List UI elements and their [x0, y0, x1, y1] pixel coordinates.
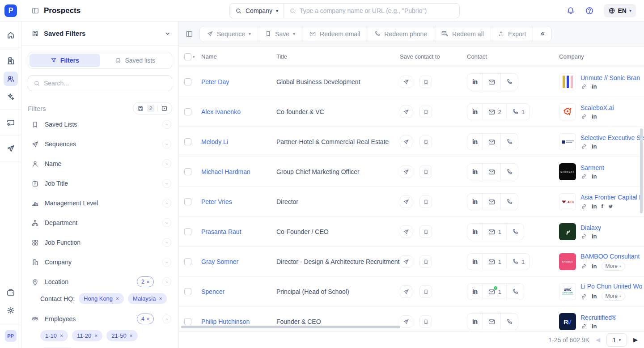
website-link-icon[interactable]: [580, 293, 587, 300]
employees-filter-count[interactable]: 4×: [137, 314, 154, 324]
column-header-company[interactable]: Company: [559, 53, 644, 60]
contact-name-link[interactable]: Peter Vries: [201, 198, 232, 205]
filter-item-sequences[interactable]: Sequences: [21, 134, 178, 154]
linkedin-icon[interactable]: in: [592, 203, 597, 210]
save-to-list-button[interactable]: [419, 195, 432, 208]
nav-companies[interactable]: [4, 54, 18, 68]
company-name-link[interactable]: Selective Executive Se: [580, 134, 644, 141]
reveal-email-button[interactable]: [483, 194, 500, 210]
reveal-email-button[interactable]: [483, 134, 500, 150]
linkedin-button[interactable]: in: [467, 314, 483, 330]
linkedin-button[interactable]: in: [467, 224, 483, 240]
column-header-contact[interactable]: Contact: [467, 53, 559, 60]
linkedin-icon[interactable]: in: [592, 233, 597, 240]
remove-chip-icon[interactable]: ×: [116, 296, 119, 302]
twitter-icon[interactable]: [608, 204, 614, 209]
save-to-list-button[interactable]: [419, 166, 432, 178]
save-to-list-button[interactable]: [419, 106, 432, 118]
filter-item-company[interactable]: Company: [21, 252, 178, 272]
filter-item-job-title[interactable]: Job Title: [21, 174, 178, 193]
company-name-link[interactable]: Dialaxy: [580, 224, 601, 231]
row-checkbox[interactable]: [184, 258, 191, 265]
more-socials-button[interactable]: More▾: [602, 262, 625, 271]
contact-name-link[interactable]: Gray Somner: [201, 258, 238, 265]
nav-settings-gear[interactable]: [4, 303, 18, 318]
redeem-email-button[interactable]: Redeem email: [302, 26, 367, 42]
website-link-icon[interactable]: [580, 143, 587, 150]
more-socials-button[interactable]: More▾: [602, 292, 625, 301]
linkedin-icon[interactable]: in: [592, 173, 597, 180]
linkedin-button[interactable]: in: [467, 164, 483, 180]
save-to-list-button[interactable]: [419, 136, 432, 148]
reveal-email-button[interactable]: 1: [483, 254, 506, 270]
nav-campaigns-send[interactable]: [4, 141, 18, 156]
add-to-sequence-button[interactable]: [400, 136, 412, 148]
contact-name-link[interactable]: Michael Hardman: [201, 168, 250, 175]
row-checkbox[interactable]: [184, 108, 191, 115]
help-icon[interactable]: [585, 6, 594, 15]
reveal-phone-button[interactable]: [500, 194, 518, 210]
company-name-link[interactable]: Li Po Chun United Wo: [580, 283, 642, 290]
contact-name-link[interactable]: Peter Day: [201, 78, 229, 85]
horizontal-scrollbar[interactable]: [181, 326, 400, 328]
company-name-link[interactable]: BAMBOO Consultant: [580, 253, 640, 260]
remove-chip-icon[interactable]: ×: [60, 333, 63, 339]
save-to-list-button[interactable]: [419, 285, 432, 298]
chevron-down-icon[interactable]: ▾: [193, 55, 195, 59]
company-name-link[interactable]: Sarment: [580, 164, 604, 171]
chevron-down-icon[interactable]: [162, 218, 171, 227]
filter-item-name[interactable]: Name: [21, 154, 178, 174]
linkedin-icon[interactable]: in: [592, 323, 597, 330]
collapse-panel-chevron-icon[interactable]: [164, 30, 171, 37]
row-checkbox[interactable]: [184, 198, 191, 205]
row-checkbox[interactable]: [184, 168, 191, 175]
column-header-title[interactable]: Title: [276, 53, 400, 60]
filter-search-input[interactable]: [44, 80, 166, 87]
chevron-down-icon[interactable]: [162, 179, 171, 188]
reveal-email-button[interactable]: 2: [483, 104, 506, 120]
reveal-phone-button[interactable]: [506, 284, 524, 300]
linkedin-icon[interactable]: in: [592, 293, 597, 300]
column-header-name[interactable]: Name: [201, 53, 276, 60]
redeem-phone-button[interactable]: Redeem phone: [367, 26, 434, 42]
filter-item-saved-lists[interactable]: Saved Lists: [21, 115, 178, 134]
language-selector[interactable]: EN ▾: [604, 4, 636, 17]
contact-name-link[interactable]: Alex Ivanenko: [201, 108, 241, 115]
reveal-phone-button[interactable]: [500, 74, 518, 90]
page-selector[interactable]: 1 ▾: [606, 333, 627, 347]
contact-name-link[interactable]: Melody Li: [201, 138, 228, 145]
linkedin-button[interactable]: in: [467, 134, 483, 150]
reveal-email-button[interactable]: 1: [483, 224, 506, 240]
chevron-down-icon[interactable]: [162, 140, 171, 149]
contact-name-link[interactable]: Spencer: [201, 288, 225, 295]
save-to-list-button[interactable]: [419, 255, 432, 268]
vertical-scrollbar[interactable]: [640, 128, 643, 213]
tab-saved-lists[interactable]: Saved lists: [100, 54, 171, 67]
reveal-email-button[interactable]: [483, 164, 500, 180]
save-to-list-button[interactable]: [419, 315, 432, 328]
company-search-input[interactable]: [300, 7, 454, 14]
reveal-email-button[interactable]: [483, 314, 500, 330]
row-checkbox[interactable]: [184, 228, 191, 235]
row-checkbox[interactable]: [184, 318, 191, 325]
filter-item-department[interactable]: Department: [21, 213, 178, 233]
linkedin-icon[interactable]: in: [592, 83, 597, 90]
reveal-phone-button[interactable]: 1: [506, 104, 530, 120]
add-to-sequence-button[interactable]: [400, 195, 412, 208]
linkedin-button[interactable]: in: [467, 104, 483, 120]
website-link-icon[interactable]: [580, 233, 587, 240]
nav-wallet[interactable]: [4, 285, 18, 300]
collapse-toolbar-button[interactable]: [533, 26, 551, 42]
remove-chip-icon[interactable]: ×: [159, 296, 162, 302]
company-name-link[interactable]: Unmute // Sonic Bran: [580, 74, 640, 81]
reveal-phone-button[interactable]: [506, 224, 524, 240]
app-logo[interactable]: P: [4, 4, 17, 17]
chevron-down-icon[interactable]: [162, 238, 171, 247]
reveal-phone-button[interactable]: [500, 314, 518, 330]
save-button[interactable]: Save ▾: [258, 26, 302, 42]
remove-chip-icon[interactable]: ×: [94, 333, 97, 339]
add-to-sequence-button[interactable]: [400, 166, 412, 178]
company-name-link[interactable]: Asia Frontier Capital L: [580, 194, 643, 201]
linkedin-button[interactable]: in: [467, 194, 483, 210]
add-to-sequence-button[interactable]: [400, 315, 412, 328]
